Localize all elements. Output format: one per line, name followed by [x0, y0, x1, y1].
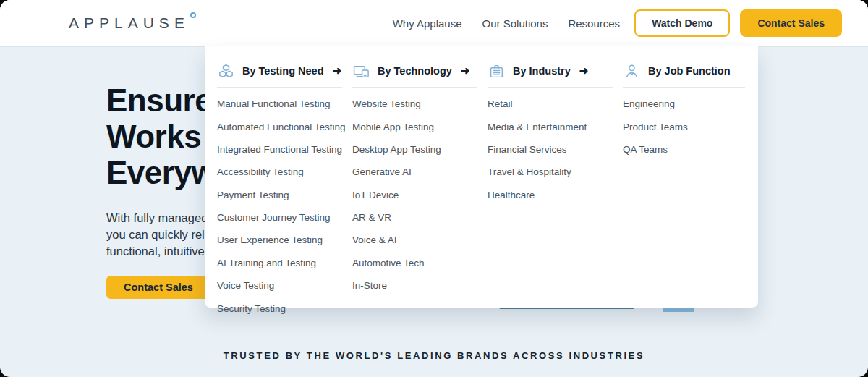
menu-item[interactable]: Engineering: [623, 93, 745, 115]
solutions-mega-menu: By Testing Need ➜ Manual Functional Test…: [205, 46, 758, 308]
cubes-icon: [217, 62, 235, 80]
menu-item[interactable]: In-Store: [352, 274, 477, 297]
menu-item[interactable]: Healthcare: [488, 184, 613, 206]
arrow-right-icon: ➜: [461, 64, 470, 77]
menu-item-list: RetailMedia & EntertainmentFinancial Ser…: [488, 93, 613, 206]
arrow-right-icon: ➜: [333, 64, 342, 77]
menu-column-job-function: By Job Function EngineeringProduct Teams…: [623, 58, 745, 292]
menu-item[interactable]: Security Testing: [217, 297, 342, 319]
menu-item[interactable]: Retail: [488, 93, 613, 115]
menu-column-header-testing-need[interactable]: By Testing Need ➜: [217, 58, 342, 88]
hero-contact-sales-button[interactable]: Contact Sales: [106, 276, 210, 299]
menu-item[interactable]: Travel & Hospitality: [488, 161, 613, 183]
applause-logo[interactable]: APPLAUSE: [69, 14, 196, 32]
menu-item[interactable]: AR & VR: [352, 206, 477, 229]
main-nav: Why Applause Our Solutions Resources Wat…: [393, 9, 842, 37]
menu-column-title: By Job Function: [648, 65, 731, 77]
menu-column-header-job-function[interactable]: By Job Function: [623, 58, 745, 88]
watch-demo-button[interactable]: Watch Demo: [634, 9, 730, 37]
menu-item[interactable]: Media & Entertainment: [488, 115, 613, 137]
menu-item[interactable]: Voice & AI: [352, 229, 477, 251]
menu-item[interactable]: Automotive Tech: [352, 252, 477, 274]
menu-item[interactable]: Voice Testing: [217, 274, 342, 297]
menu-item[interactable]: IoT Device: [352, 184, 477, 206]
devices-icon: [352, 62, 370, 80]
trusted-banner: TRUSTED BY THE WORLD'S LEADING BRANDS AC…: [0, 350, 868, 361]
menu-column-testing-need: By Testing Need ➜ Manual Functional Test…: [217, 58, 352, 292]
menu-item-list: Website TestingMobile App TestingDesktop…: [352, 93, 477, 297]
arrow-right-icon: ➜: [579, 64, 589, 77]
contact-sales-button[interactable]: Contact Sales: [740, 9, 842, 37]
menu-column-title: By Testing Need: [242, 65, 324, 77]
menu-item[interactable]: Payment Testing: [217, 184, 342, 206]
menu-column-header-technology[interactable]: By Technology ➜: [352, 58, 477, 88]
nav-link-resources[interactable]: Resources: [568, 17, 620, 30]
menu-item[interactable]: Desktop App Testing: [352, 138, 477, 161]
menu-column-header-industry[interactable]: By Industry ➜: [488, 58, 613, 88]
top-navigation-bar: APPLAUSE Why Applause Our Solutions Reso…: [0, 0, 868, 46]
menu-item[interactable]: Mobile App Testing: [352, 115, 477, 137]
menu-item[interactable]: Generative AI: [352, 161, 477, 183]
menu-item[interactable]: Integrated Functional Testing: [217, 138, 342, 161]
nav-link-why-applause[interactable]: Why Applause: [393, 17, 462, 30]
menu-item[interactable]: Accessibility Testing: [217, 161, 342, 183]
menu-item[interactable]: Manual Functional Testing: [217, 93, 342, 115]
briefcase-icon: [488, 62, 506, 80]
menu-item-list: Manual Functional TestingAutomated Funct…: [217, 93, 342, 320]
logo-circle-icon: [190, 12, 196, 18]
menu-item[interactable]: Financial Services: [488, 138, 613, 161]
logo-text: APPLAUSE: [69, 14, 190, 32]
menu-item[interactable]: Automated Functional Testing: [217, 115, 342, 137]
menu-column-title: By Industry: [513, 65, 571, 77]
menu-item[interactable]: Customer Journey Testing: [217, 206, 342, 229]
page: Ensure Your App Works Flawlessly Everywh…: [0, 0, 868, 377]
menu-item[interactable]: QA Teams: [623, 138, 745, 161]
menu-column-industry: By Industry ➜ RetailMedia & Entertainmen…: [488, 58, 623, 292]
menu-item[interactable]: User Experience Testing: [217, 229, 342, 251]
menu-item-list: EngineeringProduct TeamsQA Teams: [623, 93, 745, 161]
person-icon: [623, 62, 641, 80]
menu-column-title: By Technology: [378, 65, 452, 77]
nav-link-our-solutions[interactable]: Our Solutions: [482, 17, 548, 30]
menu-item[interactable]: Website Testing: [352, 93, 477, 115]
menu-item[interactable]: AI Training and Testing: [217, 252, 342, 274]
menu-column-technology: By Technology ➜ Website TestingMobile Ap…: [352, 58, 488, 292]
menu-item[interactable]: Product Teams: [623, 115, 745, 137]
